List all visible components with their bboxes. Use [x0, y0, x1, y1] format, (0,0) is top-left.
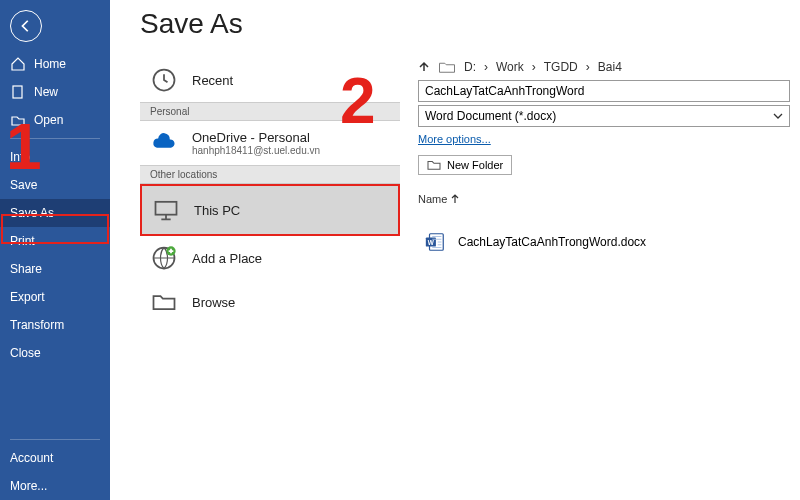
more-options-link[interactable]: More options...	[418, 127, 491, 155]
sidebar-item-account[interactable]: Account	[0, 444, 110, 472]
sidebar-label: Export	[10, 290, 45, 304]
sidebar-label: More...	[10, 479, 47, 493]
sidebar-item-home[interactable]: Home	[0, 50, 110, 78]
folder-icon	[438, 60, 456, 74]
location-label: Add a Place	[192, 251, 262, 266]
backstage-sidebar: Home New Open Info Save Save As Print Sh…	[0, 0, 110, 500]
sort-asc-icon	[451, 194, 459, 204]
section-personal: Personal	[140, 102, 400, 121]
sidebar-label: Open	[34, 113, 63, 127]
cloud-icon	[150, 129, 178, 157]
back-arrow-icon	[19, 19, 33, 33]
new-folder-icon	[427, 159, 441, 171]
add-place-icon	[150, 244, 178, 272]
crumb-part[interactable]: Work	[496, 60, 524, 74]
location-label: Browse	[192, 295, 235, 310]
location-add-place[interactable]: Add a Place	[140, 236, 400, 280]
new-folder-label: New Folder	[447, 159, 503, 171]
sidebar-item-transform[interactable]: Transform	[0, 311, 110, 339]
folder-icon	[150, 288, 178, 316]
page-title: Save As	[140, 8, 243, 40]
word-doc-icon: W	[424, 231, 446, 253]
sidebar-item-open[interactable]: Open	[0, 106, 110, 134]
location-onedrive[interactable]: OneDrive - Personal hanhph18411@st.uel.e…	[140, 121, 400, 165]
filetype-select[interactable]: Word Document (*.docx)	[418, 105, 790, 127]
sidebar-label: Save	[10, 178, 37, 192]
sidebar-item-more[interactable]: More...	[0, 472, 110, 500]
filename-input[interactable]	[418, 80, 790, 102]
sidebar-label: Close	[10, 346, 41, 360]
sidebar-label: New	[34, 85, 58, 99]
open-icon	[10, 112, 26, 128]
sidebar-label: Transform	[10, 318, 64, 332]
new-folder-button[interactable]: New Folder	[418, 155, 512, 175]
file-entry[interactable]: W CachLayTatCaAnhTrongWord.docx	[418, 231, 790, 253]
crumb-drive[interactable]: D:	[464, 60, 476, 74]
sidebar-label: Save As	[10, 206, 54, 220]
sidebar-item-export[interactable]: Export	[0, 283, 110, 311]
location-label: Recent	[192, 73, 233, 88]
location-label: OneDrive - Personal	[192, 130, 320, 145]
sidebar-label: Home	[34, 57, 66, 71]
list-header-name[interactable]: Name	[418, 193, 790, 205]
location-recent[interactable]: Recent	[140, 58, 400, 102]
pc-icon	[152, 196, 180, 224]
location-this-pc[interactable]: This PC	[140, 184, 400, 236]
sidebar-divider	[10, 439, 100, 440]
file-pane: D: › Work › TGDD › Bai4 Word Document (*…	[418, 58, 790, 490]
filetype-label: Word Document (*.docx)	[425, 109, 556, 123]
sidebar-label: Account	[10, 451, 53, 465]
sidebar-label: Info	[10, 150, 30, 164]
svg-text:W: W	[428, 239, 435, 246]
sidebar-item-save-as[interactable]: Save As	[0, 199, 110, 227]
svg-rect-2	[156, 202, 177, 215]
sidebar-item-info[interactable]: Info	[0, 143, 110, 171]
svg-rect-0	[13, 86, 22, 98]
location-browse[interactable]: Browse	[140, 280, 400, 324]
home-icon	[10, 56, 26, 72]
sidebar-item-print[interactable]: Print	[0, 227, 110, 255]
location-label: This PC	[194, 203, 240, 218]
recent-icon	[150, 66, 178, 94]
sidebar-item-new[interactable]: New	[0, 78, 110, 106]
sidebar-item-share[interactable]: Share	[0, 255, 110, 283]
sidebar-item-save[interactable]: Save	[0, 171, 110, 199]
section-other: Other locations	[140, 165, 400, 184]
file-name: CachLayTatCaAnhTrongWord.docx	[458, 235, 646, 249]
up-button[interactable]	[418, 61, 430, 73]
breadcrumb: D: › Work › TGDD › Bai4	[418, 58, 790, 76]
sidebar-item-close[interactable]: Close	[0, 339, 110, 367]
crumb-part[interactable]: Bai4	[598, 60, 622, 74]
new-icon	[10, 84, 26, 100]
chevron-down-icon	[773, 113, 783, 119]
back-button[interactable]	[10, 10, 42, 42]
location-sublabel: hanhph18411@st.uel.edu.vn	[192, 145, 320, 156]
sidebar-label: Share	[10, 262, 42, 276]
crumb-part[interactable]: TGDD	[544, 60, 578, 74]
sidebar-divider	[10, 138, 100, 139]
up-arrow-icon	[418, 61, 430, 73]
sidebar-label: Print	[10, 234, 35, 248]
locations-panel: Recent Personal OneDrive - Personal hanh…	[140, 58, 400, 324]
